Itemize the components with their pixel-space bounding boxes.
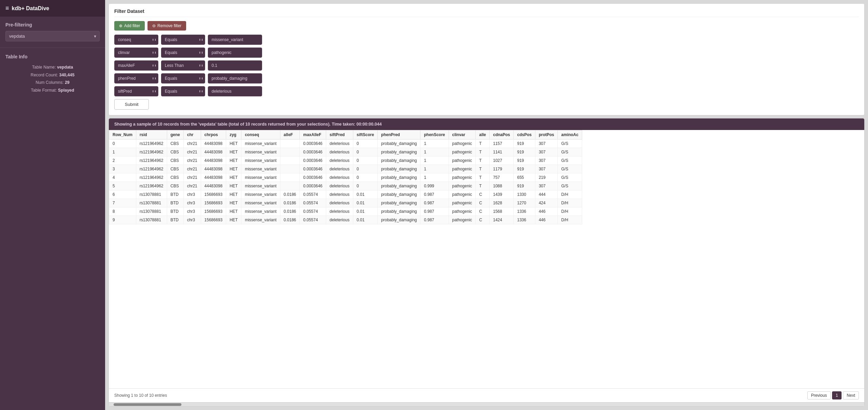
horizontal-scrollbar[interactable] [109, 402, 864, 406]
cell-8-10: 0.01 [353, 207, 377, 216]
cell-3-14: T [476, 165, 490, 173]
cell-9-6: missense_variant [241, 216, 280, 224]
cell-2-16: 919 [514, 156, 535, 165]
cell-1-16: 919 [514, 148, 535, 156]
filter-panel-title: Filter Dataset [114, 8, 859, 17]
cell-1-8: 0.0003646 [300, 148, 326, 156]
filter-row-0: conseq Equals [114, 35, 859, 45]
cell-3-1: rs121964962 [136, 165, 167, 173]
cell-9-18: D/H [558, 216, 582, 224]
cell-3-10: 0 [353, 165, 377, 173]
filter-op-wrapper-2: Less Than [161, 60, 205, 71]
col-header-alle: alle [476, 130, 490, 139]
remove-filter-button[interactable]: ⊖ Remove filter [147, 21, 186, 31]
scrollbar-thumb[interactable] [114, 403, 181, 406]
cell-7-18: D/H [558, 199, 582, 207]
col-header-phenpred: phenPred [378, 130, 420, 139]
filter-op-select-2[interactable]: Less Than [161, 60, 205, 71]
cell-2-11: probably_damaging [378, 156, 420, 165]
cell-6-7: 0.0186 [280, 190, 300, 199]
cell-3-15: 1179 [490, 165, 514, 173]
cell-7-1: rs13078881 [136, 199, 167, 207]
filter-value-input-0[interactable] [208, 35, 262, 45]
cell-2-12: 1 [420, 156, 449, 165]
filter-rows: conseq Equals clinvar [114, 35, 859, 96]
cell-7-12: 0.987 [420, 199, 449, 207]
cell-8-18: D/H [558, 207, 582, 216]
filter-value-input-3[interactable] [208, 73, 262, 83]
cell-4-18: G/S [558, 173, 582, 182]
cell-1-5: HET [226, 148, 241, 156]
filter-field-wrapper-4: siftPred [114, 86, 158, 96]
cell-6-1: rs13078881 [136, 190, 167, 199]
cell-7-7: 0.0186 [280, 199, 300, 207]
cell-0-13: pathogenic [449, 139, 476, 148]
table-row: 3rs121964962CBSchr2144483098HETmissense_… [109, 165, 582, 173]
cell-9-15: 1424 [490, 216, 514, 224]
table-wrapper[interactable]: Row_NumrsidgenechrchrposzygconseqalleFma… [109, 130, 864, 388]
cell-8-12: 0.987 [420, 207, 449, 216]
cell-9-10: 0.01 [353, 216, 377, 224]
cell-3-4: 44483098 [201, 165, 226, 173]
filter-value-input-4[interactable] [208, 86, 262, 96]
filter-field-select-2[interactable]: maxAlleF [114, 60, 158, 71]
filter-op-select-0[interactable]: Equals [161, 35, 205, 45]
cell-3-17: 307 [535, 165, 557, 173]
cell-9-12: 0.987 [420, 216, 449, 224]
filter-op-select-4[interactable]: Equals [161, 86, 205, 96]
cell-5-18: G/S [558, 182, 582, 190]
col-header-siftpred: siftPred [326, 130, 353, 139]
filter-field-select-4[interactable]: siftPred [114, 86, 158, 96]
cell-9-8: 0.05574 [300, 216, 326, 224]
cell-2-3: chr21 [183, 156, 201, 165]
cell-1-18: G/S [558, 148, 582, 156]
cell-5-13: pathogenic [449, 182, 476, 190]
cell-2-14: T [476, 156, 490, 165]
cell-6-16: 1330 [514, 190, 535, 199]
cell-4-11: probably_damaging [378, 173, 420, 182]
filter-op-select-1[interactable]: Equals [161, 48, 205, 58]
filter-field-select-0[interactable]: conseq [114, 35, 158, 45]
cell-2-1: rs121964962 [136, 156, 167, 165]
cell-0-16: 919 [514, 139, 535, 148]
filter-value-input-1[interactable] [208, 48, 262, 58]
col-header-protpos: protPos [535, 130, 557, 139]
cell-4-15: 757 [490, 173, 514, 182]
table-name-value: vepdata [57, 65, 73, 70]
filter-op-wrapper-3: Equals [161, 73, 205, 83]
sidebar-divider [0, 48, 105, 48]
table-row: 4rs121964962CBSchr2144483098HETmissense_… [109, 173, 582, 182]
cell-1-3: chr21 [183, 148, 201, 156]
cell-4-5: HET [226, 173, 241, 182]
previous-button[interactable]: Previous [807, 391, 831, 399]
col-header-phenscore: phenScore [420, 130, 449, 139]
col-header-siftscore: siftScore [353, 130, 377, 139]
page-1-button[interactable]: 1 [832, 391, 842, 399]
next-button[interactable]: Next [843, 391, 859, 399]
cell-4-2: CBS [167, 173, 183, 182]
cell-5-3: chr21 [183, 182, 201, 190]
cell-4-8: 0.0003646 [300, 173, 326, 182]
cell-1-10: 0 [353, 148, 377, 156]
table-select-wrapper: vepdata ▼ [5, 31, 100, 41]
filter-op-select-3[interactable]: Equals [161, 73, 205, 83]
cell-4-1: rs121964962 [136, 173, 167, 182]
col-header-clinvar: clinvar [449, 130, 476, 139]
cell-1-1: rs121964962 [136, 148, 167, 156]
add-filter-button[interactable]: ⊕ Add filter [114, 21, 145, 31]
cell-1-11: probably_damaging [378, 148, 420, 156]
cell-6-5: HET [226, 190, 241, 199]
table-select[interactable]: vepdata [5, 31, 100, 41]
filter-value-input-2[interactable] [208, 60, 262, 71]
cell-3-5: HET [226, 165, 241, 173]
prefiltering-label: Pre-filtering [5, 22, 100, 27]
cell-1-6: missense_variant [241, 148, 280, 156]
filter-field-select-1[interactable]: clinvar [114, 48, 158, 58]
filter-field-select-3[interactable]: phenPred [114, 73, 158, 83]
col-header-row_num: Row_Num [109, 130, 136, 139]
cell-9-0: 9 [109, 216, 136, 224]
cell-1-9: deleterious [326, 148, 353, 156]
submit-button[interactable]: Submit [114, 99, 149, 110]
cell-2-8: 0.0003646 [300, 156, 326, 165]
cell-5-15: 1088 [490, 182, 514, 190]
